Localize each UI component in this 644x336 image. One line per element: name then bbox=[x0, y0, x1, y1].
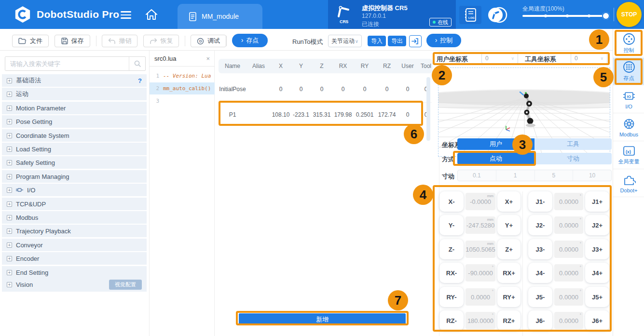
expand-icon[interactable]: + bbox=[7, 282, 12, 287]
jog-j6-minus-button[interactable]: J6- bbox=[528, 310, 552, 331]
expand-icon[interactable]: + bbox=[7, 133, 12, 138]
sidebar-item-io[interactable]: + I/O bbox=[2, 184, 147, 196]
export-button[interactable]: 导出 bbox=[388, 36, 406, 46]
sidebar-item-basic-syntax[interactable]: + 基础语法 ? bbox=[2, 74, 147, 87]
table-row-initialpose[interactable]: InitialPose 0 0 0 0 0 0 0 0 bbox=[219, 77, 433, 101]
help-icon[interactable]: ? bbox=[138, 77, 142, 84]
save-button[interactable]: 保存 bbox=[55, 35, 90, 47]
sidebar-item-motion[interactable]: + 运动 bbox=[2, 88, 147, 100]
jog-rz-plus-button[interactable]: RZ+ bbox=[497, 310, 521, 331]
jog-j3-minus-button[interactable]: J3- bbox=[528, 239, 552, 259]
jog-x-minus-button[interactable]: X- bbox=[439, 191, 464, 212]
expand-icon[interactable]: + bbox=[7, 202, 12, 207]
jog-rz-minus-button[interactable]: RZ- bbox=[439, 310, 464, 331]
jog-ry-plus-button[interactable]: RY+ bbox=[497, 287, 521, 307]
editor-tab[interactable]: src0.lua × bbox=[150, 51, 215, 67]
tab-mm-module[interactable]: MM_module bbox=[178, 4, 262, 29]
jog-z-plus-button[interactable]: Z+ bbox=[497, 239, 521, 259]
table-row-p1[interactable]: P1 108.10 -223.1 315.31 179.98 0.2501 17… bbox=[219, 104, 433, 126]
home-icon[interactable] bbox=[145, 8, 158, 21]
vision-config-button[interactable]: 视觉配置 bbox=[109, 280, 142, 290]
expand-icon[interactable]: + bbox=[7, 188, 12, 193]
jog-j1-plus-button[interactable]: J1+ bbox=[585, 191, 609, 212]
nav-item-save-points[interactable]: 存点 bbox=[613, 58, 644, 85]
jog-x-plus-button[interactable]: X+ bbox=[497, 191, 521, 212]
expand-icon[interactable]: + bbox=[7, 119, 12, 124]
stop-button[interactable]: STOP bbox=[617, 2, 642, 27]
log-button[interactable]: LOG bbox=[459, 6, 481, 24]
coord-tool-option[interactable]: 工具 bbox=[534, 138, 612, 150]
sidebar-item-load-setting[interactable]: + Load Setting bbox=[2, 143, 147, 155]
jog-ry-minus-button[interactable]: RY- bbox=[439, 287, 464, 307]
redo-button[interactable]: 恢复 bbox=[143, 35, 179, 47]
search-button[interactable] bbox=[129, 57, 145, 70]
jog-j5-minus-button[interactable]: J5- bbox=[528, 287, 552, 307]
expand-icon[interactable]: + bbox=[7, 106, 12, 111]
table-scrollbar[interactable] bbox=[426, 77, 430, 141]
jog-j2-plus-button[interactable]: J2+ bbox=[585, 215, 609, 235]
jog-j6-plus-button[interactable]: J6+ bbox=[585, 310, 609, 331]
jog-j4-plus-button[interactable]: J4+ bbox=[585, 263, 609, 283]
add-point-button[interactable]: 新增 bbox=[239, 313, 406, 325]
control-button[interactable]: › 控制 bbox=[426, 34, 461, 47]
undo-button[interactable]: 撤销 bbox=[102, 35, 137, 47]
export-file-button[interactable] bbox=[409, 35, 422, 47]
sidebar-item-coordinate-system[interactable]: + Coordinate System bbox=[2, 129, 147, 142]
expand-icon[interactable]: + bbox=[7, 242, 12, 248]
sidebar-item-trajectory-playback[interactable]: + Trajectory Playback bbox=[2, 225, 147, 237]
step-option[interactable]: 10 bbox=[573, 170, 611, 181]
nav-item-dobot-plus[interactable]: Dobot+ bbox=[613, 170, 644, 197]
step-option[interactable]: 5 bbox=[534, 170, 573, 181]
code-line-active[interactable]: 2 mm_auto_calib() bbox=[150, 82, 215, 94]
jog-j5-plus-button[interactable]: J5+ bbox=[585, 287, 609, 307]
code-line[interactable]: 1 -- Version: Lua bbox=[150, 70, 215, 82]
sidebar-item-safety-setting[interactable]: + Safety Setting bbox=[2, 156, 147, 169]
expand-icon[interactable]: + bbox=[7, 174, 12, 179]
sidebar-item-pose-getting[interactable]: + Pose Getting bbox=[2, 115, 147, 128]
sidebar-item-tcp-udp[interactable]: + TCP&UDP bbox=[2, 198, 147, 210]
jog-j3-plus-button[interactable]: J3+ bbox=[585, 239, 609, 259]
nav-item-global-variables[interactable]: (x) 全局变量 bbox=[613, 142, 644, 169]
nav-item-control[interactable]: 控制 bbox=[613, 30, 644, 57]
controller-status-panel[interactable]: CR5 虚拟控制器 CR5 127.0.0.1 已连接 在线 bbox=[328, 0, 456, 29]
expand-icon[interactable]: + bbox=[7, 147, 12, 152]
expand-icon[interactable]: + bbox=[7, 160, 12, 165]
jog-j4-minus-button[interactable]: J4- bbox=[528, 263, 552, 283]
step-option[interactable]: 0.1 bbox=[458, 170, 496, 181]
jog-j2-minus-button[interactable]: J2- bbox=[528, 215, 552, 235]
close-icon[interactable]: × bbox=[206, 55, 210, 62]
nav-item-io[interactable]: IO I/O bbox=[613, 86, 644, 113]
save-point-button[interactable]: › 存点 bbox=[232, 34, 268, 47]
sidebar-item-encoder[interactable]: + Encoder bbox=[2, 252, 147, 265]
debug-button[interactable]: D 调试 bbox=[191, 35, 226, 47]
jog-j1-minus-button[interactable]: J1- bbox=[528, 191, 552, 212]
sidebar-item-vision[interactable]: + Vision 视觉配置 bbox=[2, 277, 147, 292]
tool-frame-select[interactable]: 0 ∨ bbox=[571, 53, 607, 64]
sidebar-item-motion-parameter[interactable]: + Motion Parameter bbox=[2, 102, 147, 114]
expand-icon[interactable]: + bbox=[7, 92, 12, 97]
sidebar-item-program-managing[interactable]: + Program Managing bbox=[2, 170, 147, 183]
expand-icon[interactable]: + bbox=[7, 256, 12, 261]
sidebar-item-modbus[interactable]: + Modbus bbox=[2, 211, 147, 224]
runto-mode-select[interactable]: 关节运动 ∨ bbox=[328, 35, 362, 47]
mode-step-option[interactable]: 寸动 bbox=[534, 153, 612, 164]
search-input[interactable] bbox=[5, 57, 129, 70]
jog-z-minus-button[interactable]: Z- bbox=[439, 239, 464, 259]
menu-icon[interactable] bbox=[121, 9, 132, 20]
expand-icon[interactable]: + bbox=[7, 228, 12, 234]
jog-rx-plus-button[interactable]: RX+ bbox=[497, 263, 521, 283]
user-frame-select[interactable]: 0 ∨ bbox=[481, 53, 518, 64]
nav-item-modbus[interactable]: Modbus bbox=[613, 114, 644, 141]
import-button[interactable]: 导入 bbox=[368, 36, 386, 46]
jog-y-plus-button[interactable]: Y+ bbox=[497, 215, 521, 235]
expand-icon[interactable]: + bbox=[7, 78, 12, 83]
expand-icon[interactable]: + bbox=[7, 215, 12, 220]
speed-slider-handle[interactable] bbox=[602, 12, 610, 20]
file-button[interactable]: 文件 bbox=[12, 35, 49, 47]
code-line[interactable]: 3 bbox=[150, 95, 215, 107]
robot-status-button[interactable] bbox=[486, 6, 508, 24]
jog-y-minus-button[interactable]: Y- bbox=[439, 215, 464, 235]
sidebar-item-conveyor[interactable]: + Conveyor bbox=[2, 239, 147, 251]
step-option[interactable]: 1 bbox=[496, 170, 534, 181]
expand-icon[interactable]: + bbox=[7, 270, 12, 275]
